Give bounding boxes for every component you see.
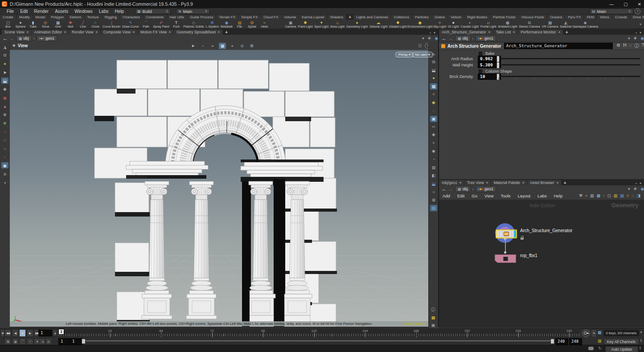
parameter-header-icon[interactable]: ⚙ [616, 43, 620, 49]
shelf-tab[interactable]: Model [33, 15, 48, 20]
shelf-tool[interactable]: ◖ Caustic Light [460, 20, 480, 28]
network-toolbar-icon[interactable]: ▤ [590, 193, 594, 198]
shelf-tab[interactable]: Terrain FX [216, 15, 238, 20]
pane-menu-icon[interactable]: ▾ [640, 181, 641, 185]
shelf-tool[interactable]: ○ Circle [89, 20, 102, 28]
no-cam-button[interactable]: No cam ▾ [412, 52, 433, 57]
playbar-tool-button[interactable]: ⧉ [4, 338, 11, 345]
current-frame-field[interactable]: 1 [38, 330, 52, 336]
parameter-header-icon[interactable]: ? [641, 43, 644, 49]
shelf-tab[interactable]: Particle Fluids [490, 15, 518, 20]
range-slider-right-handle[interactable] [550, 339, 554, 344]
shelf-tab[interactable]: Rigging [102, 15, 119, 20]
shelf-tab[interactable]: Volume [282, 15, 299, 20]
key-all-spinner-icon[interactable]: ⇕ [640, 339, 643, 343]
viewport-display-icon[interactable]: ▣ [430, 322, 437, 328]
viewport-display-icon[interactable]: ⧉ [430, 59, 437, 65]
tab-menu-icon[interactable] [486, 182, 488, 184]
shelf-tool[interactable]: ◇ Platonic Solids [183, 20, 205, 28]
breadcrumb-obj[interactable]: ▦obj [455, 186, 471, 192]
shelf-tool[interactable]: ○ Sky Light [432, 20, 447, 28]
viewport-tool-icon[interactable]: ◉ [1, 94, 8, 101]
network-toolbar-icon[interactable]: ▫ [603, 193, 604, 198]
network-menu-item[interactable]: Edit [454, 193, 468, 198]
shelf-tab[interactable]: FEM [584, 15, 597, 20]
shelf-tool[interactable]: ▮ Tube [27, 20, 39, 28]
breadcrumb-obj[interactable]: ▦obj [455, 35, 471, 41]
network-menu-item[interactable]: Layout [514, 193, 534, 198]
shelf-tool[interactable]: ◉ Metaball [220, 20, 233, 28]
network-toolbar-icon[interactable]: ◌ [632, 193, 634, 198]
viewport-display-icon[interactable]: ✦ [430, 75, 437, 82]
pathbar-icon[interactable]: ◉ [640, 36, 644, 41]
shelf-tool[interactable]: ▣ Camera [284, 20, 297, 28]
shelf-tab[interactable]: Guide Process [187, 15, 216, 20]
maximize-button[interactable]: ▢ [623, 2, 628, 7]
recook-icon[interactable]: ↻ [598, 346, 602, 351]
channels-expand-icon[interactable]: ▲ [640, 330, 643, 333]
shelf-tool[interactable]: ✹ Distant Light [388, 20, 407, 28]
network-toolbar-icon[interactable]: ▧ [620, 193, 624, 198]
network-toolbar-icon[interactable]: ≡ [627, 193, 629, 198]
range-end-icon[interactable]: ▶ [45, 338, 52, 345]
set-key-button[interactable] [582, 329, 590, 337]
menu-item[interactable]: Windows [71, 9, 96, 14]
network-toolbar-icon[interactable]: ◨ [636, 193, 640, 198]
shelf-tool[interactable]: ▩ VR Camera [541, 20, 559, 28]
timeline-ruler[interactable]: 24487296120144168192216240 [61, 328, 579, 337]
viewport-toolbar-icon[interactable]: ⌖ [229, 43, 236, 49]
playbar-tool-button[interactable]: ◔ [27, 338, 33, 345]
shelf-tab[interactable]: Particles [412, 15, 431, 20]
viewport-tool-icon[interactable]: ❋ [1, 120, 8, 126]
viewport-display-icon[interactable]: ⌖ [430, 140, 437, 146]
shelf-tool[interactable]: ╱ Line [77, 20, 89, 28]
help-icon[interactable]: ? [635, 8, 640, 14]
tab-menu-icon[interactable] [488, 31, 490, 33]
viewport-tool-icon[interactable]: ◖ [1, 179, 8, 185]
pathbar-icon[interactable]: ▾ [422, 36, 424, 41]
menu-item[interactable]: Edit [17, 9, 31, 14]
shelf-tab[interactable]: Simple FX [238, 15, 260, 20]
wall-height-slider[interactable] [498, 64, 640, 65]
shelf-tab[interactable]: Hair Utils [167, 15, 187, 20]
breadcrumb-geo1[interactable]: geo1 [37, 35, 57, 41]
pane-tab[interactable]: Asset Browser [527, 180, 561, 185]
forward-icon[interactable]: → [448, 187, 453, 192]
pathbar-icon[interactable]: ▾ [628, 36, 630, 41]
tab-menu-icon[interactable] [169, 31, 171, 33]
playhead-marker[interactable]: 1 [58, 329, 64, 335]
shelf-tool[interactable]: ∫ Curve Bezier [102, 20, 121, 28]
tab-menu-icon[interactable] [522, 182, 524, 184]
shelf-tab[interactable]: Collisions [391, 15, 412, 20]
network-menu-item[interactable]: Go [468, 193, 481, 198]
pathbar-icon[interactable]: ◉ [640, 187, 644, 191]
viewport-display-icon[interactable]: ▣ [430, 116, 437, 122]
pathbar-icon[interactable]: ✚ [428, 36, 431, 41]
shelf-tab[interactable]: Cloud FX [261, 15, 281, 20]
viewport-display-icon[interactable]: ▤ [430, 164, 437, 171]
viewport-tool-icon[interactable]: ◉ [1, 162, 8, 168]
add-shelf-tab-button[interactable]: + [346, 15, 353, 20]
add-pane-tab-button[interactable]: + [562, 180, 569, 185]
key-all-channels-dropdown[interactable]: Key All Channels [603, 338, 639, 345]
shelf-tab[interactable]: Rigid Bodies [464, 15, 490, 20]
menu-item[interactable]: Labs [96, 9, 112, 14]
playbar-options-icon[interactable]: ≣ [0, 329, 4, 337]
network-toolbar-icon[interactable]: ⚒ [579, 193, 582, 198]
network-menu-item[interactable]: Add [439, 193, 454, 198]
viewport-toolbar-icon[interactable]: ▫ [199, 43, 206, 49]
range-end-field[interactable]: 240 [555, 338, 568, 345]
shelf-tool[interactable]: ❆ L-System [205, 20, 220, 28]
pane-tab[interactable]: Animation Editor [32, 29, 69, 35]
pane-tab[interactable]: Arch_Structure_Generator [439, 29, 493, 35]
desktop-selector[interactable]: ▤ Main⇕ [590, 8, 633, 14]
forward-icon[interactable]: → [9, 36, 14, 41]
node-display-flag[interactable] [514, 230, 516, 237]
arch-radius-slider[interactable] [498, 58, 640, 59]
pathbar-icon[interactable]: ✚ [634, 36, 637, 41]
viewport-tool-icon[interactable]: ➤ [1, 69, 8, 75]
transport-button[interactable]: ◀ [12, 329, 19, 337]
range-slider[interactable] [82, 340, 554, 341]
update-mode-dropdown[interactable]: Auto Update [605, 346, 638, 352]
breadcrumb-geo1[interactable]: geo1 [476, 186, 496, 192]
